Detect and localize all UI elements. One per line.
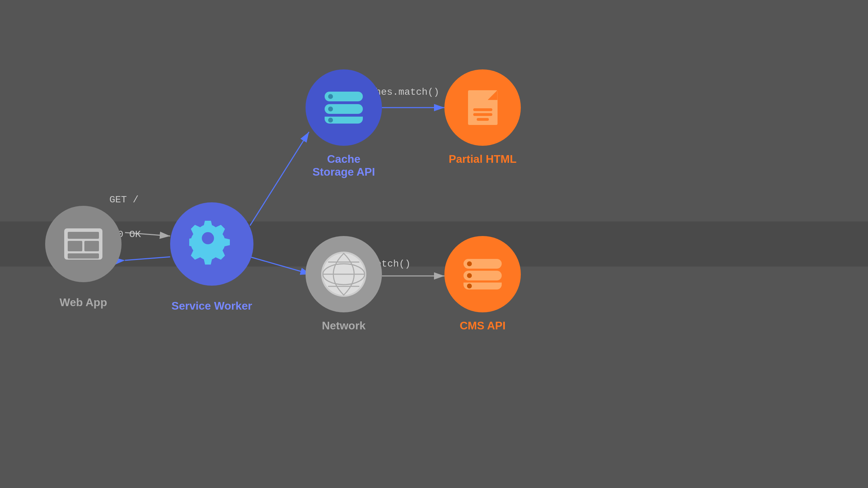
cache-storage-label: Cache Storage API <box>306 153 382 178</box>
web-app-circle <box>45 206 122 282</box>
partial-html-circle <box>444 69 521 146</box>
get-label: GET / <box>109 194 139 205</box>
gear-icon <box>189 221 234 268</box>
cache-storage-circle <box>306 69 382 146</box>
service-worker-label: Service Worker <box>170 300 253 312</box>
document-icon <box>468 90 498 125</box>
webapp-icon <box>64 228 102 260</box>
database-icon <box>325 92 363 124</box>
background-stripe <box>0 221 868 267</box>
network-label: Network <box>306 319 382 332</box>
cms-api-circle <box>444 236 521 312</box>
cms-api-label: CMS API <box>444 319 521 332</box>
network-circle <box>306 236 382 312</box>
service-worker-circle <box>170 202 253 286</box>
svg-line-5 <box>250 132 309 226</box>
cms-database-icon <box>464 259 502 289</box>
globe-icon <box>321 252 366 297</box>
partial-html-label: Partial HTML <box>444 153 521 166</box>
web-app-label: Web App <box>45 296 122 309</box>
